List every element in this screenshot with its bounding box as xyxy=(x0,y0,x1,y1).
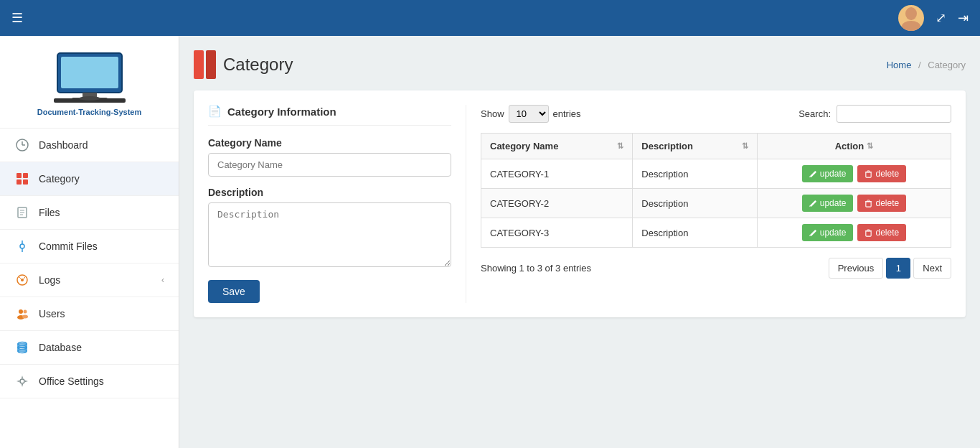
breadcrumb-home[interactable]: Home xyxy=(887,60,912,70)
svg-line-24 xyxy=(19,277,22,279)
sidebar-item-logs[interactable]: Logs ‹ xyxy=(0,263,179,297)
entries-label: entries xyxy=(553,108,581,119)
update-button[interactable]: update xyxy=(802,224,854,241)
row-cell-action: update delete xyxy=(757,159,951,189)
trash-icon xyxy=(864,170,872,178)
svg-rect-47 xyxy=(867,229,870,230)
svg-point-0 xyxy=(905,7,917,20)
top-navbar: ☰ ⤢ ⇥ xyxy=(0,0,980,36)
clock-icon xyxy=(14,137,30,153)
sidebar-label-database: Database xyxy=(39,342,164,353)
svg-point-26 xyxy=(19,309,23,314)
svg-point-7 xyxy=(79,96,100,101)
svg-point-19 xyxy=(20,244,24,248)
search-label: Search: xyxy=(798,108,831,119)
page-title: Category xyxy=(223,55,293,75)
table-row: CATEGORY-2 Description update delete xyxy=(481,189,951,218)
svg-point-29 xyxy=(22,315,28,319)
sidebar-label-files: Files xyxy=(39,207,164,218)
sidebar-label-dashboard: Dashboard xyxy=(39,139,164,151)
edit-icon xyxy=(809,170,817,178)
sort-icon-action: ⇅ xyxy=(867,141,873,151)
sidebar-item-users[interactable]: Users xyxy=(0,297,179,331)
database-icon xyxy=(14,340,30,355)
content-area: Category Home / Category 📄 Category Info… xyxy=(179,36,980,448)
col-header-description[interactable]: Description ⇅ xyxy=(633,134,758,159)
svg-rect-41 xyxy=(866,201,871,206)
sidebar-item-commit-files[interactable]: Commit Files xyxy=(0,230,179,263)
logo-text: Document-Tracking-System xyxy=(37,108,141,116)
table-header-row: Category Name ⇅ Description ⇅ xyxy=(481,134,951,159)
row-cell-action: update delete xyxy=(757,218,951,248)
sort-icon-name: ⇅ xyxy=(617,141,623,151)
save-button[interactable]: Save xyxy=(208,280,260,303)
sidebar-menu: Dashboard Category Fi xyxy=(0,129,179,448)
previous-button[interactable]: Previous xyxy=(829,258,884,279)
search-area: Search: xyxy=(798,105,951,123)
next-button[interactable]: Next xyxy=(913,258,951,279)
icon-bar-2 xyxy=(206,50,216,79)
settings-icon xyxy=(14,373,30,389)
table-row: CATEGORY-1 Description update delete xyxy=(481,159,951,189)
col-header-name[interactable]: Category Name ⇅ xyxy=(481,134,633,159)
sidebar-label-commit-files: Commit Files xyxy=(39,241,164,252)
entries-select[interactable]: 10 25 50 100 xyxy=(509,105,549,123)
logout-icon[interactable]: ⇥ xyxy=(958,10,969,26)
svg-rect-37 xyxy=(866,172,871,177)
row-cell-name: CATEGORY-2 xyxy=(481,189,633,218)
breadcrumb-separator: / xyxy=(918,60,921,70)
table-row: CATEGORY-3 Description update delete xyxy=(481,218,951,248)
svg-rect-11 xyxy=(17,173,22,178)
svg-line-25 xyxy=(24,277,26,279)
table-panel: Show 10 25 50 100 entries Search: xyxy=(481,105,951,303)
form-title-icon: 📄 xyxy=(208,105,222,118)
form-title-text: Category Information xyxy=(227,106,336,118)
sidebar-item-office-settings[interactable]: Office Settings xyxy=(0,365,179,398)
expand-icon[interactable]: ⤢ xyxy=(936,10,946,26)
svg-point-1 xyxy=(902,21,920,31)
logs-icon xyxy=(14,272,30,288)
edit-icon xyxy=(809,200,817,207)
row-cell-description: Description xyxy=(633,159,758,189)
delete-button[interactable]: delete xyxy=(857,195,906,212)
sidebar-item-database[interactable]: Database xyxy=(0,331,179,365)
sidebar-logo: Document-Tracking-System xyxy=(0,36,179,129)
row-cell-action: update delete xyxy=(757,189,951,218)
sidebar-label-office-settings: Office Settings xyxy=(39,375,164,387)
update-button[interactable]: update xyxy=(802,165,854,182)
breadcrumb-current: Category xyxy=(928,60,966,70)
sidebar-item-dashboard[interactable]: Dashboard xyxy=(0,129,179,162)
navbar-left: ☰ xyxy=(11,10,23,26)
row-cell-name: CATEGORY-3 xyxy=(481,218,633,248)
sidebar-label-users: Users xyxy=(39,308,164,319)
svg-rect-12 xyxy=(23,173,28,178)
sidebar-label-category: Category xyxy=(39,173,164,185)
category-name-input[interactable] xyxy=(208,153,451,177)
show-label: Show xyxy=(481,108,504,119)
files-icon xyxy=(14,205,30,220)
sidebar-item-files[interactable]: Files xyxy=(0,196,179,230)
svg-rect-14 xyxy=(23,179,28,185)
svg-point-28 xyxy=(24,310,27,314)
update-button[interactable]: update xyxy=(802,195,854,212)
description-group: Description xyxy=(208,187,451,270)
search-input[interactable] xyxy=(837,105,951,123)
svg-point-23 xyxy=(21,279,24,281)
data-table: Category Name ⇅ Description ⇅ xyxy=(481,133,951,248)
delete-button[interactable]: delete xyxy=(857,224,906,241)
description-input[interactable] xyxy=(208,202,451,267)
hamburger-icon[interactable]: ☰ xyxy=(11,10,23,26)
page-number-1[interactable]: 1 xyxy=(886,258,910,279)
row-cell-description: Description xyxy=(633,189,758,218)
page-header: Category Home / Category xyxy=(194,50,966,79)
form-section-title: 📄 Category Information xyxy=(208,105,451,126)
col-header-action[interactable]: Action ⇅ xyxy=(757,134,951,159)
user-avatar-svg xyxy=(900,5,922,31)
pagination: Previous 1 Next xyxy=(829,258,951,279)
category-name-label: Category Name xyxy=(208,137,451,149)
show-entries: Show 10 25 50 100 entries xyxy=(481,105,581,123)
row-cell-name: CATEGORY-1 xyxy=(481,159,633,189)
delete-button[interactable]: delete xyxy=(857,165,906,182)
sidebar-item-category[interactable]: Category xyxy=(0,162,179,196)
category-icon xyxy=(14,171,30,187)
